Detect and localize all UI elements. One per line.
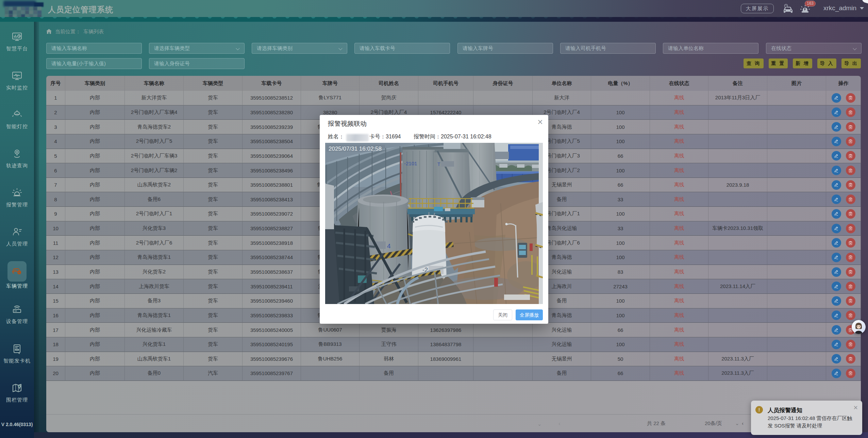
svg-text:2025/07/31 16:02:58: 2025/07/31 16:02:58 — [329, 146, 382, 152]
